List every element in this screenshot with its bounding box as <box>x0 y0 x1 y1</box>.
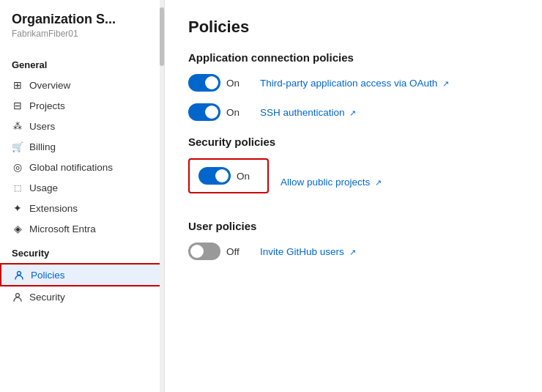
svg-point-0 <box>18 272 21 275</box>
section-label-general: General <box>0 51 164 75</box>
scrollbar-thumb[interactable] <box>160 7 164 66</box>
overview-icon: ⊞ <box>12 79 23 91</box>
toggle-thumb-public-projects <box>215 169 229 182</box>
main-content: Policies Application connection policies… <box>165 0 542 392</box>
policy-link-public-projects[interactable]: Allow public projects ↗ <box>281 177 382 188</box>
policy-link-text-public-projects: Allow public projects <box>281 177 370 188</box>
external-link-icon-ssh: ↗ <box>349 108 356 117</box>
toggle-ssh[interactable] <box>188 103 220 121</box>
policy-link-ssh[interactable]: SSH authentication ↗ <box>260 107 356 118</box>
toggle-label-oauth: On <box>226 78 248 89</box>
toggle-container-oauth: On <box>188 74 248 92</box>
policy-row-github-users: Off Invite GitHub users ↗ <box>188 243 519 260</box>
toggle-thumb-github-users <box>190 245 204 258</box>
sidebar-item-label: Global notifications <box>29 162 113 173</box>
sidebar-item-label: Security <box>29 292 65 303</box>
sidebar-item-label: Projects <box>29 100 65 111</box>
security-policy-highlighted-box: On <box>188 158 269 193</box>
toggle-oauth[interactable] <box>188 74 220 92</box>
policy-link-text-ssh: SSH authentication <box>260 107 345 118</box>
svg-point-1 <box>16 294 20 297</box>
sidebar-item-label: Usage <box>29 182 58 193</box>
sidebar-item-extensions[interactable]: ✦ Extensions <box>0 198 164 218</box>
users-icon: ⁂ <box>12 120 23 132</box>
sidebar-item-usage[interactable]: ⬚ Usage <box>0 177 164 198</box>
sidebar: Organization S... FabrikamFiber01 Genera… <box>0 0 165 392</box>
usage-icon: ⬚ <box>12 182 23 193</box>
policy-link-text-github-users: Invite GitHub users <box>260 246 344 257</box>
sidebar-item-overview[interactable]: ⊞ Overview <box>0 75 164 95</box>
toggle-github-users[interactable] <box>188 243 220 260</box>
notifications-icon: ◎ <box>12 161 23 173</box>
sidebar-item-label: Billing <box>29 141 56 152</box>
policy-row-ssh: On SSH authentication ↗ <box>188 103 519 121</box>
billing-icon: 🛒 <box>12 141 23 152</box>
toggle-label-github-users: Off <box>226 246 248 257</box>
policy-row-public-projects: On Allow public projects ↗ <box>188 158 519 205</box>
scrollbar[interactable] <box>160 0 164 392</box>
sidebar-item-label: Overview <box>29 80 70 91</box>
sidebar-item-billing[interactable]: 🛒 Billing <box>0 136 164 157</box>
sidebar-item-microsoft-entra[interactable]: ◈ Microsoft Entra <box>0 218 164 239</box>
projects-icon: ⊟ <box>12 100 23 111</box>
sidebar-item-projects[interactable]: ⊟ Projects <box>0 95 164 116</box>
policies-icon <box>13 269 25 281</box>
policy-link-github-users[interactable]: Invite GitHub users ↗ <box>260 246 356 257</box>
toggle-container-ssh: On <box>188 103 248 121</box>
sidebar-item-label: Policies <box>31 270 65 281</box>
sidebar-item-label: Users <box>29 121 55 132</box>
section-label-security: Security <box>0 239 164 263</box>
toggle-label-ssh: On <box>226 107 248 118</box>
section-title-app-connection: Application connection policies <box>188 51 519 64</box>
section-title-user-policies: User policies <box>188 220 519 232</box>
security-icon <box>12 291 23 303</box>
org-title: Organization S... <box>0 12 164 29</box>
section-title-security: Security policies <box>188 136 519 148</box>
entra-icon: ◈ <box>12 223 23 234</box>
toggle-public-projects[interactable] <box>198 167 231 185</box>
sidebar-item-users[interactable]: ⁂ Users <box>0 116 164 136</box>
sidebar-item-label: Extensions <box>29 203 78 214</box>
toggle-thumb-oauth <box>205 76 218 89</box>
org-subtitle: FabrikamFiber01 <box>0 29 164 51</box>
toggle-container-public-projects: On <box>198 167 259 185</box>
sidebar-item-policies[interactable]: Policies <box>0 263 164 286</box>
sidebar-item-security[interactable]: Security <box>0 286 164 307</box>
sidebar-item-global-notifications[interactable]: ◎ Global notifications <box>0 157 164 177</box>
policy-link-oauth[interactable]: Third-party application access via OAuth… <box>260 78 449 89</box>
external-link-icon-oauth: ↗ <box>442 79 449 88</box>
external-link-icon-github-users: ↗ <box>349 248 356 256</box>
toggle-container-github-users: Off <box>188 243 248 260</box>
policy-link-text-oauth: Third-party application access via OAuth <box>260 78 437 89</box>
extensions-icon: ✦ <box>12 202 23 214</box>
external-link-icon-public-projects: ↗ <box>375 178 382 187</box>
page-title: Policies <box>188 18 519 37</box>
toggle-thumb-ssh <box>205 106 218 119</box>
policy-row-oauth: On Third-party application access via OA… <box>188 74 519 92</box>
sidebar-item-label: Microsoft Entra <box>29 223 96 234</box>
toggle-label-public-projects: On <box>237 171 259 182</box>
